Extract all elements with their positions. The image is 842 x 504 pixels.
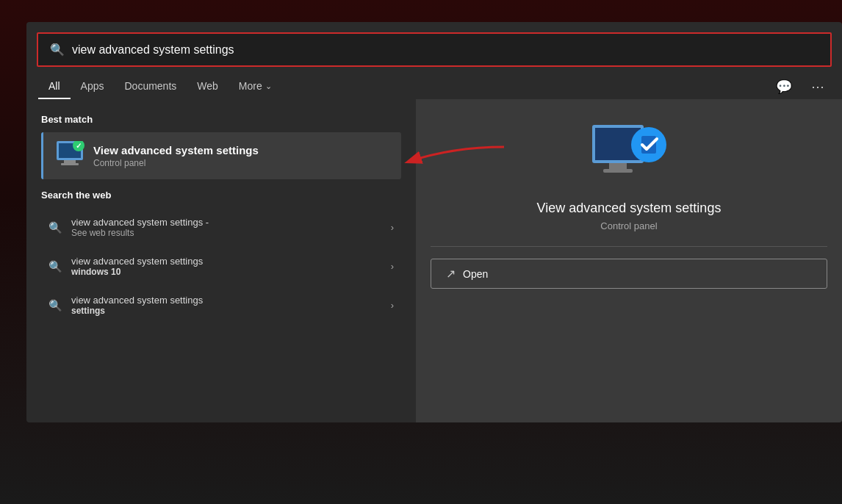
open-external-icon: ↗ <box>446 267 456 281</box>
feedback-icon[interactable]: 💬 <box>770 76 798 98</box>
svg-text:✓: ✓ <box>76 142 82 150</box>
tab-web[interactable]: Web <box>187 74 229 99</box>
detail-title: View advanced system settings <box>537 201 722 216</box>
best-match-label: Best match <box>41 114 401 125</box>
search-bar[interactable]: 🔍 view advanced system settings <box>37 32 832 67</box>
web-result-main-0: view advanced system settings - <box>71 217 382 228</box>
more-options-icon[interactable]: ⋯ <box>805 76 830 98</box>
web-result-sub-0: See web results <box>71 228 382 238</box>
web-result-item-1[interactable]: 🔍 view advanced system settings windows … <box>41 247 401 286</box>
web-result-item-0[interactable]: 🔍 view advanced system settings - See we… <box>41 208 401 247</box>
tabs-row: All Apps Documents Web More ⌄ 💬 ⋯ <box>26 67 842 99</box>
tab-documents[interactable]: Documents <box>114 74 187 99</box>
search-web-label: Search the web <box>41 190 401 201</box>
web-result-chevron-1: › <box>391 261 394 272</box>
best-match-title: View advanced system settings <box>93 144 391 156</box>
web-result-text-0: view advanced system settings - See web … <box>71 217 382 238</box>
search-input[interactable]: view advanced system settings <box>72 43 818 57</box>
best-match-item[interactable]: ✓ View advanced system settings Control … <box>41 132 401 179</box>
web-result-text-1: view advanced system settings windows 10 <box>71 256 382 277</box>
detail-icon-wrap <box>589 121 669 187</box>
tabs-right-actions: 💬 ⋯ <box>770 76 830 98</box>
best-match-text-block: View advanced system settings Control pa… <box>93 144 391 168</box>
web-result-chevron-0: › <box>391 222 394 233</box>
best-match-app-icon: ✓ <box>54 141 83 170</box>
web-result-sub-2: settings <box>71 306 382 316</box>
web-result-main-1: view advanced system settings <box>71 256 382 267</box>
tab-apps[interactable]: Apps <box>71 74 115 99</box>
web-search-icon-2: 🔍 <box>48 299 62 312</box>
chevron-down-icon: ⌄ <box>265 82 272 91</box>
web-result-chevron-2: › <box>391 300 394 311</box>
web-result-item-2[interactable]: 🔍 view advanced system settings settings… <box>41 286 401 325</box>
web-result-main-2: view advanced system settings <box>71 295 382 306</box>
open-button[interactable]: ↗ Open <box>431 259 827 289</box>
tab-all[interactable]: All <box>38 74 71 99</box>
svg-rect-3 <box>61 163 79 165</box>
open-button-label: Open <box>463 268 488 280</box>
web-search-icon-0: 🔍 <box>48 221 62 234</box>
web-result-text-2: view advanced system settings settings <box>71 295 382 316</box>
main-content: Best match ✓ <box>26 99 842 422</box>
left-panel: Best match ✓ <box>26 99 416 422</box>
svg-rect-9 <box>609 163 627 169</box>
web-result-sub-1: windows 10 <box>71 267 382 277</box>
detail-subtitle: Control panel <box>600 220 657 231</box>
best-match-subtitle: Control panel <box>93 158 391 168</box>
svg-rect-2 <box>64 160 76 163</box>
detail-app-icon <box>589 121 669 187</box>
search-icon: 🔍 <box>50 43 65 57</box>
tab-more[interactable]: More ⌄ <box>229 74 282 99</box>
detail-divider <box>431 246 827 247</box>
web-search-icon-1: 🔍 <box>48 260 62 273</box>
svg-rect-10 <box>603 169 633 173</box>
right-panel: View advanced system settings Control pa… <box>416 99 842 422</box>
